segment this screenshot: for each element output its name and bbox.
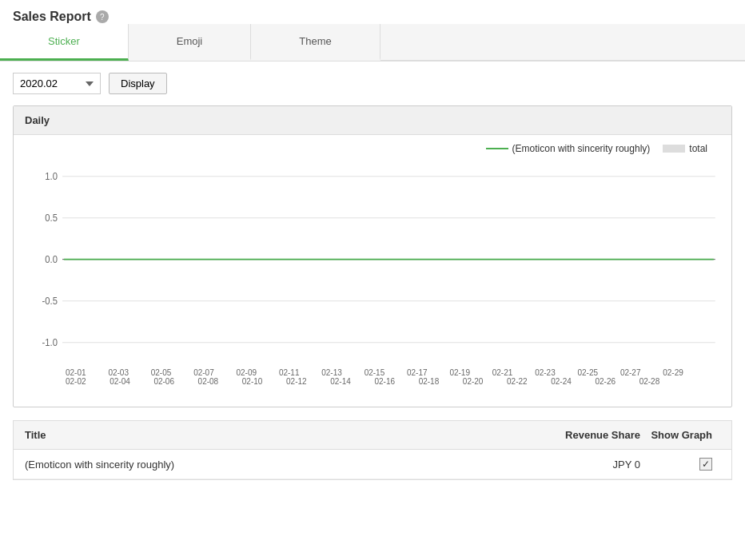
tab-theme[interactable]: Theme <box>251 24 380 61</box>
legend-item-emoticon: (Emoticon with sincerity roughly) <box>486 143 651 154</box>
controls-row: 2020.02 2020.01 2019.12 Display <box>0 62 745 105</box>
help-icon[interactable]: ? <box>96 10 109 23</box>
tabs-container: Sticker Emoji Theme <box>0 24 745 62</box>
tab-emoji[interactable]: Emoji <box>129 24 252 61</box>
chart-svg: 1.0 0.5 0.0 -0.5 -1.0 <box>22 159 723 367</box>
svg-text:-1.0: -1.0 <box>42 338 58 348</box>
chart-section: Daily (Emoticon with sincerity roughly) … <box>13 105 732 407</box>
show-graph-checkbox-0[interactable] <box>699 458 712 471</box>
svg-text:0.5: 0.5 <box>45 213 58 223</box>
table-header: Title Revenue Share Show Graph <box>14 421 731 450</box>
chart-header: Daily <box>14 106 731 135</box>
chart-legend: (Emoticon with sincerity roughly) total <box>22 143 723 159</box>
table-row: (Emoticon with sincerity roughly) JPY 0 <box>14 450 731 479</box>
page-title: Sales Report <box>13 10 91 24</box>
legend-line-green <box>486 148 508 149</box>
svg-text:1.0: 1.0 <box>45 172 58 181</box>
legend-item-total: total <box>663 143 707 154</box>
display-button[interactable]: Display <box>109 73 167 94</box>
row-revenue-0: JPY 0 <box>528 459 640 471</box>
legend-line-gray <box>663 145 685 153</box>
page-header: Sales Report ? <box>0 0 745 24</box>
col-title-header: Title <box>25 429 528 441</box>
col-graph-header: Show Graph <box>640 429 720 441</box>
row-graph-0 <box>640 458 720 471</box>
tab-sticker[interactable]: Sticker <box>0 24 129 61</box>
col-revenue-header: Revenue Share <box>528 429 640 441</box>
date-select[interactable]: 2020.02 2020.01 2019.12 <box>13 73 101 94</box>
x-axis-row2: 02-02 02-04 02-06 02-08 02-10 02-12 02-1… <box>22 377 723 386</box>
chart-area: (Emoticon with sincerity roughly) total … <box>14 135 731 407</box>
x-axis-row1: 02-01 02-03 02-05 02-07 02-09 02-11 02-1… <box>22 367 723 377</box>
row-title-0: (Emoticon with sincerity roughly) <box>25 459 528 471</box>
svg-text:-0.5: -0.5 <box>42 296 58 306</box>
data-table: Title Revenue Share Show Graph (Emoticon… <box>13 420 732 480</box>
svg-text:0.0: 0.0 <box>45 255 58 264</box>
